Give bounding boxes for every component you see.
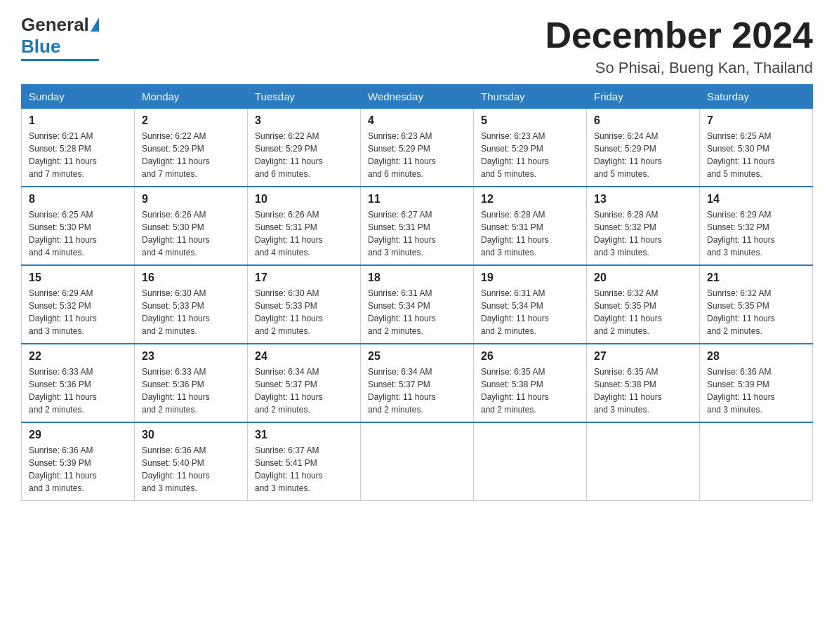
day-info: Sunrise: 6:28 AMSunset: 5:32 PMDaylight:…	[594, 208, 692, 259]
page-header: General Blue December 2024 So Phisai, Bu…	[21, 14, 813, 77]
calendar-cell: 4Sunrise: 6:23 AMSunset: 5:29 PMDaylight…	[361, 109, 474, 187]
day-number: 18	[368, 271, 466, 284]
logo: General Blue	[21, 14, 99, 61]
calendar-cell: 2Sunrise: 6:22 AMSunset: 5:29 PMDaylight…	[135, 109, 248, 187]
day-info: Sunrise: 6:36 AMSunset: 5:40 PMDaylight:…	[142, 444, 240, 495]
calendar-cell: 22Sunrise: 6:33 AMSunset: 5:36 PMDayligh…	[22, 344, 135, 422]
calendar-cell: 7Sunrise: 6:25 AMSunset: 5:30 PMDaylight…	[700, 109, 813, 187]
weekday-header-thursday: Thursday	[474, 85, 587, 109]
day-info: Sunrise: 6:26 AMSunset: 5:30 PMDaylight:…	[142, 208, 240, 259]
month-title: December 2024	[545, 14, 813, 56]
day-info: Sunrise: 6:27 AMSunset: 5:31 PMDaylight:…	[368, 208, 466, 259]
calendar-cell: 13Sunrise: 6:28 AMSunset: 5:32 PMDayligh…	[587, 187, 700, 265]
location-title: So Phisai, Bueng Kan, Thailand	[545, 59, 813, 77]
day-info: Sunrise: 6:22 AMSunset: 5:29 PMDaylight:…	[142, 130, 240, 180]
day-info: Sunrise: 6:32 AMSunset: 5:35 PMDaylight:…	[594, 287, 692, 337]
day-info: Sunrise: 6:26 AMSunset: 5:31 PMDaylight:…	[255, 208, 353, 259]
day-number: 8	[29, 193, 127, 206]
calendar-week-row: 22Sunrise: 6:33 AMSunset: 5:36 PMDayligh…	[22, 344, 813, 422]
calendar-cell: 31Sunrise: 6:37 AMSunset: 5:41 PMDayligh…	[248, 422, 361, 501]
day-info: Sunrise: 6:33 AMSunset: 5:36 PMDaylight:…	[29, 365, 127, 416]
day-info: Sunrise: 6:32 AMSunset: 5:35 PMDaylight:…	[707, 287, 805, 337]
day-number: 12	[481, 193, 579, 206]
day-info: Sunrise: 6:36 AMSunset: 5:39 PMDaylight:…	[707, 365, 805, 416]
calendar-cell: 25Sunrise: 6:34 AMSunset: 5:37 PMDayligh…	[361, 344, 474, 422]
day-number: 28	[707, 350, 805, 363]
day-info: Sunrise: 6:23 AMSunset: 5:29 PMDaylight:…	[481, 130, 579, 180]
day-number: 11	[368, 193, 466, 206]
calendar-cell: 18Sunrise: 6:31 AMSunset: 5:34 PMDayligh…	[361, 265, 474, 344]
day-number: 10	[255, 193, 353, 206]
calendar-week-row: 1Sunrise: 6:21 AMSunset: 5:28 PMDaylight…	[22, 109, 813, 187]
day-number: 30	[142, 429, 240, 441]
logo-general-text: General	[21, 14, 89, 36]
day-number: 15	[29, 271, 127, 284]
day-number: 20	[594, 271, 692, 284]
calendar-cell: 29Sunrise: 6:36 AMSunset: 5:39 PMDayligh…	[22, 422, 135, 501]
weekday-header-saturday: Saturday	[700, 85, 813, 109]
day-number: 29	[29, 429, 127, 441]
day-number: 21	[707, 271, 805, 284]
day-number: 4	[368, 114, 466, 127]
day-info: Sunrise: 6:29 AMSunset: 5:32 PMDaylight:…	[29, 287, 127, 337]
day-info: Sunrise: 6:31 AMSunset: 5:34 PMDaylight:…	[481, 287, 579, 337]
calendar-cell: 14Sunrise: 6:29 AMSunset: 5:32 PMDayligh…	[700, 187, 813, 265]
day-number: 25	[368, 350, 466, 363]
day-info: Sunrise: 6:22 AMSunset: 5:29 PMDaylight:…	[255, 130, 353, 180]
calendar-cell: 12Sunrise: 6:28 AMSunset: 5:31 PMDayligh…	[474, 187, 587, 265]
calendar-cell: 10Sunrise: 6:26 AMSunset: 5:31 PMDayligh…	[248, 187, 361, 265]
day-number: 2	[142, 114, 240, 127]
day-info: Sunrise: 6:36 AMSunset: 5:39 PMDaylight:…	[29, 444, 127, 495]
day-number: 26	[481, 350, 579, 363]
day-info: Sunrise: 6:30 AMSunset: 5:33 PMDaylight:…	[255, 287, 353, 337]
day-number: 9	[142, 193, 240, 206]
calendar-cell: 23Sunrise: 6:33 AMSunset: 5:36 PMDayligh…	[135, 344, 248, 422]
calendar-week-row: 15Sunrise: 6:29 AMSunset: 5:32 PMDayligh…	[22, 265, 813, 344]
day-info: Sunrise: 6:24 AMSunset: 5:29 PMDaylight:…	[594, 130, 692, 180]
day-info: Sunrise: 6:28 AMSunset: 5:31 PMDaylight:…	[481, 208, 579, 259]
calendar-cell: 19Sunrise: 6:31 AMSunset: 5:34 PMDayligh…	[474, 265, 587, 344]
calendar-cell: 6Sunrise: 6:24 AMSunset: 5:29 PMDaylight…	[587, 109, 700, 187]
weekday-header-tuesday: Tuesday	[248, 85, 361, 109]
day-info: Sunrise: 6:34 AMSunset: 5:37 PMDaylight:…	[368, 365, 466, 416]
day-number: 3	[255, 114, 353, 127]
weekday-header-sunday: Sunday	[22, 85, 135, 109]
title-block: December 2024 So Phisai, Bueng Kan, Thai…	[545, 14, 813, 77]
day-info: Sunrise: 6:21 AMSunset: 5:28 PMDaylight:…	[29, 130, 127, 180]
calendar-week-row: 8Sunrise: 6:25 AMSunset: 5:30 PMDaylight…	[22, 187, 813, 265]
day-number: 14	[707, 193, 805, 206]
day-number: 17	[255, 271, 353, 284]
logo-blue-text: Blue	[21, 36, 60, 58]
day-number: 31	[255, 429, 353, 441]
day-info: Sunrise: 6:30 AMSunset: 5:33 PMDaylight:…	[142, 287, 240, 337]
weekday-header-row: SundayMondayTuesdayWednesdayThursdayFrid…	[22, 85, 813, 109]
calendar-cell: 26Sunrise: 6:35 AMSunset: 5:38 PMDayligh…	[474, 344, 587, 422]
weekday-header-monday: Monday	[135, 85, 248, 109]
logo-triangle-icon	[91, 18, 99, 32]
day-number: 19	[481, 271, 579, 284]
calendar-cell: 3Sunrise: 6:22 AMSunset: 5:29 PMDaylight…	[248, 109, 361, 187]
day-number: 16	[142, 271, 240, 284]
day-number: 13	[594, 193, 692, 206]
calendar-table: SundayMondayTuesdayWednesdayThursdayFrid…	[21, 84, 813, 501]
day-info: Sunrise: 6:31 AMSunset: 5:34 PMDaylight:…	[368, 287, 466, 337]
calendar-cell: 30Sunrise: 6:36 AMSunset: 5:40 PMDayligh…	[135, 422, 248, 501]
day-number: 27	[594, 350, 692, 363]
calendar-cell	[474, 422, 587, 501]
calendar-cell: 28Sunrise: 6:36 AMSunset: 5:39 PMDayligh…	[700, 344, 813, 422]
calendar-cell: 20Sunrise: 6:32 AMSunset: 5:35 PMDayligh…	[587, 265, 700, 344]
day-info: Sunrise: 6:35 AMSunset: 5:38 PMDaylight:…	[594, 365, 692, 416]
calendar-week-row: 29Sunrise: 6:36 AMSunset: 5:39 PMDayligh…	[22, 422, 813, 501]
calendar-cell: 1Sunrise: 6:21 AMSunset: 5:28 PMDaylight…	[22, 109, 135, 187]
day-info: Sunrise: 6:25 AMSunset: 5:30 PMDaylight:…	[707, 130, 805, 180]
day-info: Sunrise: 6:35 AMSunset: 5:38 PMDaylight:…	[481, 365, 579, 416]
day-info: Sunrise: 6:25 AMSunset: 5:30 PMDaylight:…	[29, 208, 127, 259]
calendar-cell: 5Sunrise: 6:23 AMSunset: 5:29 PMDaylight…	[474, 109, 587, 187]
calendar-cell: 8Sunrise: 6:25 AMSunset: 5:30 PMDaylight…	[22, 187, 135, 265]
weekday-header-wednesday: Wednesday	[361, 85, 474, 109]
calendar-cell	[361, 422, 474, 501]
day-number: 23	[142, 350, 240, 363]
calendar-cell: 16Sunrise: 6:30 AMSunset: 5:33 PMDayligh…	[135, 265, 248, 344]
calendar-cell	[587, 422, 700, 501]
calendar-cell: 11Sunrise: 6:27 AMSunset: 5:31 PMDayligh…	[361, 187, 474, 265]
